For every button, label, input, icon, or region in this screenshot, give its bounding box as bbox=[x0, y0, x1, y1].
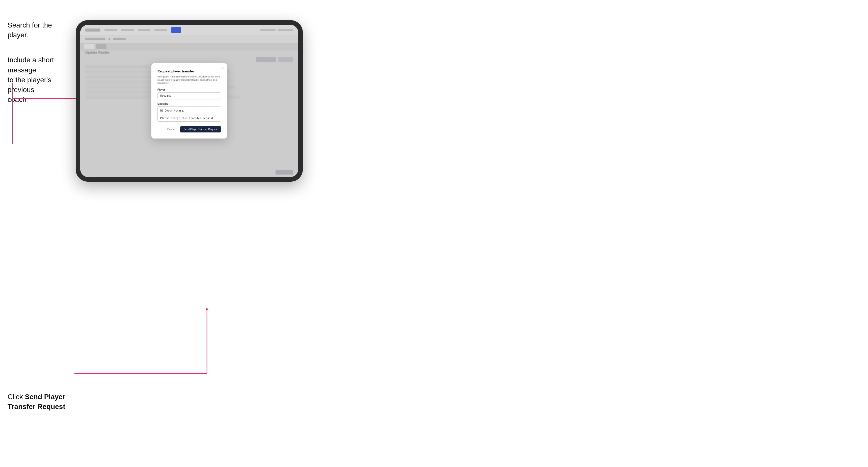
step2-line1: Include a short message bbox=[7, 56, 54, 74]
tablet-screen: Update Roster Request player tr bbox=[80, 25, 298, 177]
step2-line3: coach bbox=[7, 96, 27, 103]
player-label: Player bbox=[157, 88, 221, 91]
step2-line2: to the player's previous bbox=[7, 76, 51, 94]
modal-title: Request player transfer bbox=[157, 69, 221, 73]
step3-text: Click Send Player Transfer Request bbox=[7, 392, 73, 411]
player-input[interactable] bbox=[157, 92, 221, 99]
step2-text: Include a short message to the player's … bbox=[7, 55, 73, 104]
cancel-button[interactable]: Cancel bbox=[165, 126, 178, 132]
modal-close-button[interactable]: × bbox=[221, 66, 223, 70]
step3-annotation: Click Send Player Transfer Request bbox=[7, 392, 73, 411]
modal-footer: Cancel Send Player Transfer Request bbox=[157, 126, 221, 132]
step1-text: Search for the player. bbox=[7, 20, 73, 40]
svg-marker-6 bbox=[206, 307, 208, 310]
annotation-area: Search for the player. Include a short m… bbox=[7, 20, 73, 104]
message-label: Message bbox=[157, 102, 221, 105]
tablet-outer-frame: Update Roster Request player tr bbox=[76, 20, 303, 182]
message-textarea[interactable]: Hi Coach McHarg, Please accept this tran… bbox=[157, 106, 221, 122]
request-transfer-modal: Request player transfer × If the player … bbox=[151, 63, 227, 138]
tablet-device: Update Roster Request player tr bbox=[76, 20, 303, 182]
step3-prefix: Click bbox=[7, 393, 25, 401]
send-transfer-request-button[interactable]: Send Player Transfer Request bbox=[180, 126, 221, 132]
modal-overlay: Request player transfer × If the player … bbox=[80, 25, 298, 177]
modal-description: If the player is transferring from anoth… bbox=[157, 75, 221, 85]
